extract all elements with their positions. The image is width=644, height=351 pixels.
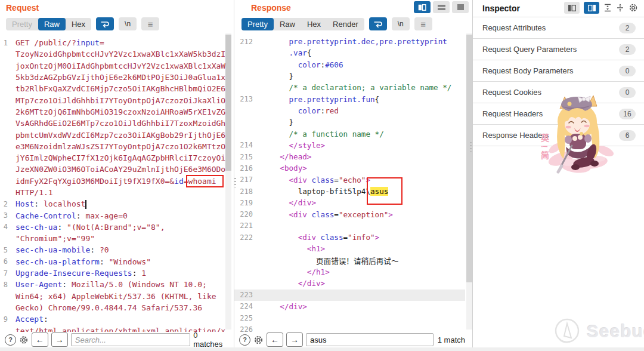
response-scrollbar-thumb[interactable]	[466, 35, 472, 282]
inspector-section-request-query-parameters[interactable]: Request Query Parameters2	[473, 39, 644, 60]
request-editor[interactable]: 1GET /public/?input=TzoyNzoidGhpbmtccHJv…	[0, 35, 225, 332]
code-line[interactable]: 217 <div class="echo">	[234, 174, 465, 186]
code-line[interactable]: 225	[234, 312, 465, 324]
code-line[interactable]: MTp7czo1OiJldGhhbiI7YToyOntpOjA7czozOiJk…	[0, 94, 225, 106]
show-newlines-button[interactable]: \n	[119, 17, 137, 30]
expand-all-icon[interactable]	[603, 4, 612, 12]
code-line[interactable]: 8User-Agent: Mozilla/5.0 (Windows NT 10.…	[0, 279, 225, 290]
inspector-section-response-headers[interactable]: Response Headers6	[473, 125, 644, 146]
show-newlines-button[interactable]: \n	[392, 17, 410, 30]
code-line[interactable]: </div>	[234, 278, 465, 289]
code-line[interactable]: 2Host: localhost	[0, 198, 225, 210]
code-line[interactable]: 223	[234, 290, 465, 301]
panel-resize-handle[interactable]	[470, 142, 472, 152]
code-line[interactable]: pbmtcUmVxdWVzdCI6Mzp7czo3OiIAKgBob29rIjt…	[0, 129, 225, 140]
code-line[interactable]: 1GET /public/?input=	[0, 37, 225, 48]
code-line[interactable]: 221	[234, 220, 465, 232]
code-line[interactable]: 215 </head>	[234, 151, 465, 162]
layout-single-button[interactable]	[452, 1, 469, 13]
code-line[interactable]: 224 </div>	[234, 301, 465, 312]
tab-raw[interactable]: Raw	[38, 18, 66, 30]
code-line[interactable]: "Chromium";v="99"	[0, 233, 225, 244]
tab-pretty[interactable]: Pretty	[242, 18, 274, 30]
code-line[interactable]: 页面错误！请稍后再试～	[234, 255, 465, 266]
tab-hex[interactable]: Hex	[66, 18, 91, 30]
code-line[interactable]: Gecko) Chrome/99.0.4844.74 Safari/537.36	[0, 302, 225, 313]
request-menu-button[interactable]: ≡	[141, 17, 159, 30]
code-line[interactable]: tb2RlbFxQaXZvdCI6Mjp7czo5OiIAKgBhcHBlbmQ…	[0, 83, 225, 94]
seebug-logo-text: Seebug	[587, 321, 644, 341]
code-line[interactable]: .var{	[234, 47, 465, 59]
code-line[interactable]: 7Upgrade-Insecure-Requests: 1	[0, 267, 225, 279]
inspector-section-request-attributes[interactable]: Request Attributes2	[473, 17, 644, 39]
inspector-section-request-cookies[interactable]: Request Cookies0	[473, 82, 644, 103]
search-prev-button[interactable]: ←	[32, 332, 48, 347]
code-line[interactable]: 213 pre.prettyprint.fun{	[234, 93, 465, 104]
code-line[interactable]: 2k6MTtzOjQ6ImNhbGMiO319czoxNzoiAHRoaW5rX…	[0, 106, 225, 118]
layout-columns-button[interactable]	[414, 1, 431, 13]
code-line[interactable]: VsAGRhdGEiO2E6MTp7czo1OiJldGhhbiI7TzoxMz…	[0, 118, 225, 129]
code-line[interactable]: 226	[234, 324, 465, 332]
code-line[interactable]: 3Cache-Control: max-age=0	[0, 210, 225, 221]
tab-raw[interactable]: Raw	[274, 18, 301, 30]
code-line[interactable]: 216 <body>	[234, 162, 465, 174]
tab-pretty[interactable]: Pretty	[6, 18, 38, 30]
code-line[interactable]: color:red	[234, 105, 465, 116]
tab-render[interactable]: Render	[327, 18, 364, 30]
response-scrollbar[interactable]	[466, 33, 472, 330]
tab-hex[interactable]: Hex	[301, 18, 327, 30]
code-line[interactable]: /* a function name */	[234, 128, 465, 139]
inspector-view-right-button[interactable]	[584, 2, 599, 14]
code-line[interactable]: TzoyNzoidGhpbmtccHJvY2Vzc1xwaXBlc1xXaW5k…	[0, 48, 225, 60]
response-search-input[interactable]	[306, 333, 434, 346]
code-line[interactable]: /* a declaration; a variable name */	[234, 82, 465, 93]
code-line[interactable]: }	[234, 70, 465, 82]
code-line[interactable]: 214 </style>	[234, 140, 465, 151]
inspector-view-left-button[interactable]	[564, 2, 580, 14]
code-token: pre.prettyprint.fun	[262, 95, 375, 104]
code-line[interactable]: 219 </div>	[234, 197, 465, 208]
gear-icon[interactable]	[628, 3, 638, 13]
code-line[interactable]: Win64; x64) AppleWebKit/537.36 (KHTML, l…	[0, 291, 225, 302]
search-next-button[interactable]: →	[286, 332, 303, 347]
code-line[interactable]: 4sec-ch-ua: "(Not(A:Brand";v="8",	[0, 221, 225, 233]
code-line[interactable]: 222 <div class="info">	[234, 232, 465, 243]
gear-icon[interactable]	[19, 335, 29, 345]
code-line[interactable]: joxOntzOjM0OiIAdGhpbmtccHJvY2Vzc1xwaXBlc…	[0, 60, 225, 72]
search-next-button[interactable]: →	[51, 332, 68, 347]
code-line[interactable]: e3M6NzoidmlzaWJsZSI7YToyOntpOjA7czo1O2k6…	[0, 141, 225, 152]
code-line[interactable]: </h1>	[234, 266, 465, 278]
gear-icon[interactable]	[253, 335, 264, 345]
code-line[interactable]: 5kb3dzAGZpbGVzIjthOjE6e2k6MDtPOjE3OiJ0aG…	[0, 72, 225, 83]
panel-resize-handle[interactable]	[234, 178, 236, 187]
request-scrollbar-thumb[interactable]	[225, 35, 231, 171]
code-line[interactable]: text/html,application/xhtml+xml,applicat…	[0, 325, 225, 332]
code-line[interactable]: color:#606	[234, 59, 465, 70]
inspector-section-request-body-parameters[interactable]: Request Body Parameters0	[473, 60, 644, 82]
code-line[interactable]: 6sec-ch-ua-platform: "Windows"	[0, 256, 225, 267]
code-line[interactable]: 212 pre.prettyprint.dec,pre.prettyprint	[234, 36, 465, 47]
inspector-section-request-headers[interactable]: Request Headers16	[473, 103, 644, 125]
word-wrap-button[interactable]	[369, 17, 387, 30]
request-search-input[interactable]	[71, 333, 190, 346]
word-wrap-button[interactable]	[96, 17, 114, 30]
code-line[interactable]: jY6ImlzQWpheCI7fX1zOjk6IgAqAGZpbHRlciI7c…	[0, 152, 225, 164]
code-line[interactable]: 218 laptop-bfit5lp4\asus	[234, 186, 465, 197]
response-viewer[interactable]: 212 pre.prettyprint.dec,pre.prettyprint …	[234, 35, 465, 332]
code-token: class	[311, 176, 334, 184]
help-icon[interactable]: ?	[239, 334, 250, 346]
code-line[interactable]: 9Accept:	[0, 313, 225, 325]
code-line[interactable]: 220 <div class="exception">	[234, 208, 465, 220]
code-line[interactable]: idmFyX2FqYXgiO3M6MDoiIjt9fX19fX0=&id=who…	[0, 176, 225, 187]
code-line[interactable]: HTTP/1.1	[0, 187, 225, 198]
code-line[interactable]: 5sec-ch-ua-mobile: ?0	[0, 244, 225, 255]
response-menu-button[interactable]: ≡	[414, 17, 432, 30]
code-line[interactable]: <h1>	[234, 243, 465, 254]
code-line[interactable]: JzeXN0ZW0iO3M6OToiACoAY29uZmlnIjthOjE6e3…	[0, 164, 225, 175]
layout-rows-button[interactable]	[433, 1, 450, 13]
code-line[interactable]: }	[234, 116, 465, 128]
request-scrollbar[interactable]	[225, 33, 231, 330]
help-icon[interactable]: ?	[5, 334, 16, 346]
search-prev-button[interactable]: ←	[267, 332, 283, 347]
collapse-all-icon[interactable]	[616, 4, 624, 12]
